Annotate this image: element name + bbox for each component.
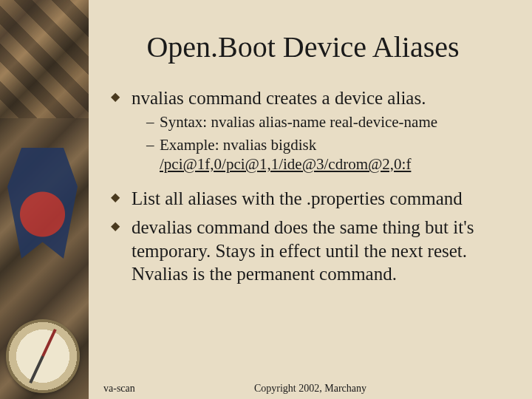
sub-bullet-item: Syntax: nvalias alias-name real-device-n… (146, 112, 502, 132)
bullet-item: nvalias command creates a device alias. … (111, 86, 502, 181)
compass-icon (6, 319, 80, 393)
slide-body: Open.Boot Device Aliases nvalias command… (89, 0, 532, 399)
device-path-link: /pci@1f,0/pci@1,1/ide@3/cdrom@2,0:f (160, 155, 411, 173)
sub-bullet-text: Example: nvalias bigdisk (160, 136, 316, 154)
decorative-side-strip (0, 0, 89, 399)
bullet-list: nvalias command creates a device alias. … (103, 86, 502, 285)
slide-title: Open.Boot Device Aliases (103, 30, 502, 64)
sub-bullet-list: Syntax: nvalias alias-name real-device-n… (132, 109, 502, 181)
bullet-text: nvalias command creates a device alias. (132, 88, 426, 108)
bullet-item: List all aliases with the .properties co… (111, 187, 502, 210)
bullet-item: devalias command does the same thing but… (111, 216, 502, 285)
footer-copyright: Copyright 2002, Marchany (89, 383, 532, 395)
sub-bullet-item: Example: nvalias bigdisk /pci@1f,0/pci@1… (146, 135, 502, 174)
